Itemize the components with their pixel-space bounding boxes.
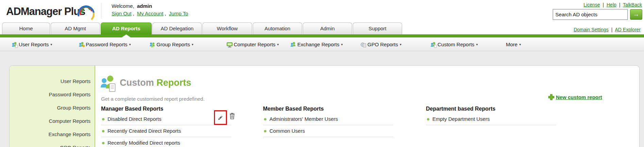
column-heading: Member Based Reports [263,106,393,112]
page-subtitle: Get a complete customised report predefi… [101,96,204,102]
report-column-department-based: Department based Reports Empty Departmen… [426,106,556,125]
active-tab-notch [122,34,131,37]
tab-ad-mgmt[interactable]: AD Mgmt [51,22,100,34]
sidebar-item-exchange-reports[interactable]: Exchange Reports [49,131,90,137]
chevron-down-icon: ▾ [519,43,521,46]
admanager-plus-app: ADManager Plus Welcome, admin Sign Out, … [0,0,644,147]
menu-label: GPO Reports [367,42,398,47]
edit-highlight-box [214,110,227,125]
reports-sidebar: User Reports Password Reports Group Repo… [10,66,95,147]
menu-exchange-reports[interactable]: Exchange Reports ▾ [290,37,343,51]
comma-separator: , [165,11,166,16]
page-title-secondary: Reports [156,78,191,88]
custom-reports-icon [430,41,437,48]
menu-password-reports[interactable]: Password Reports ▾ [78,37,131,51]
page-title-primary: Custom [120,78,154,88]
sidebar-item-gpo-reports[interactable]: GPO Reports [60,144,90,147]
column-heading: Manager Based Reports [101,106,231,112]
menu-group-reports[interactable]: Group Reports ▾ [149,37,193,51]
plus-icon [548,94,555,100]
sidebar-item-computer-reports[interactable]: Computer Reports [49,118,90,124]
menu-user-reports[interactable]: User Reports ▾ [11,37,52,51]
session-links: Sign Out, My Account, Jump To [112,11,188,16]
report-link-common-users[interactable]: Common Users [263,125,393,137]
content-panel: User Reports Password Reports Group Repo… [9,65,640,147]
help-link[interactable]: Help [607,2,616,7]
sidebar-item-password-reports[interactable]: Password Reports [49,91,90,98]
tab-workflow[interactable]: Workflow [202,22,252,34]
chevron-down-icon: ▾ [341,43,343,46]
accent-bar [0,34,644,37]
page-title: Custom Reports [120,78,191,88]
report-link-disabled-direct-reports[interactable]: Disabled Direct Reports [101,113,231,125]
menu-label: Exchange Reports [297,42,339,47]
chevron-down-icon: ▾ [476,43,478,46]
menu-label: User Reports [19,42,49,47]
password-icon [78,41,85,48]
new-custom-report-label: New custom report [556,94,602,100]
new-custom-report-button[interactable]: New custom report [548,94,602,100]
pipe-separator: | [611,27,613,32]
sidebar-item-user-reports[interactable]: User Reports [61,78,90,84]
tab-support[interactable]: Support [353,22,402,34]
tab-admin[interactable]: Admin [303,22,352,34]
tab-ad-delegation[interactable]: AD Delegation [152,22,202,34]
sidebar-item-group-reports[interactable]: Group Reports [57,104,90,111]
comma-separator: , [133,11,134,16]
license-link[interactable]: License [583,2,600,7]
tab-home[interactable]: Home [2,22,50,34]
menu-label: More [506,42,517,47]
search-input[interactable] [553,9,628,20]
exchange-icon [290,41,297,48]
report-column-member-based: Member Based Reports Administrators' Mem… [263,106,393,137]
pipe-separator: | [619,2,621,7]
report-column-manager-based: Manager Based Reports Disabled Direct Re… [101,106,231,147]
report-link-recently-created-direct-reports[interactable]: Recently Created Direct Reports [101,125,231,137]
menu-computer-reports[interactable]: Computer Reports ▾ [226,37,279,51]
logo-swoosh-icon [76,1,96,22]
ad-explorer-link[interactable]: AD Explorer [615,27,641,32]
menu-label: Password Reports [86,42,128,47]
tab-automation[interactable]: Automation [253,22,302,34]
domain-links: Domain Settings | AD Explorer [574,27,641,32]
report-link-empty-department-users[interactable]: Empty Department Users [426,113,556,125]
welcome-text: Welcome, admin [112,3,152,9]
report-link-administrators-member-users[interactable]: Administrators' Member Users [263,113,393,125]
users-icon [11,41,18,48]
chevron-down-icon: ▾ [400,43,401,46]
utility-links: License | Help | TalkBack [583,2,642,7]
chevron-down-icon: ▾ [50,43,52,46]
menu-label: Computer Reports [234,42,276,47]
menu-label: Custom Reports [437,42,474,47]
talkback-link[interactable]: TalkBack [623,2,642,7]
menu-custom-reports[interactable]: Custom Reports ▾ [430,37,478,51]
search-area: → [553,9,642,20]
my-account-link[interactable]: My Account [137,11,164,16]
delete-trash-icon[interactable] [229,112,235,121]
menu-more[interactable]: More ▾ [506,37,521,51]
tab-ad-reports[interactable]: AD Reports [101,22,152,35]
chevron-down-icon: ▾ [277,43,279,46]
welcome-label: Welcome, [112,3,134,9]
search-go-button[interactable]: → [630,9,642,20]
chevron-down-icon: ▾ [129,43,131,46]
column-heading: Department based Reports [426,106,556,112]
group-icon [149,41,156,48]
menu-gpo-reports[interactable]: GPO Reports ▾ [360,37,401,51]
gpo-icon [360,41,367,48]
custom-reports-icon [100,75,117,94]
username: admin [137,3,152,9]
computer-icon [226,41,233,48]
report-link-recently-modified-direct-reports[interactable]: Recently Modified Direct reports [101,137,231,147]
edit-pencil-icon[interactable] [217,114,224,121]
pipe-separator: | [602,2,604,7]
reports-menu-bar: User Reports ▾ Password Reports ▾ Group … [0,37,644,51]
header-divider [101,3,101,18]
jump-to-link[interactable]: Jump To [169,11,188,16]
app-logo: ADManager Plus [6,5,85,18]
menu-label: Group Reports [156,42,190,47]
chevron-down-icon: ▾ [192,43,193,46]
sign-out-link[interactable]: Sign Out [112,11,131,16]
domain-settings-link[interactable]: Domain Settings [574,27,609,32]
